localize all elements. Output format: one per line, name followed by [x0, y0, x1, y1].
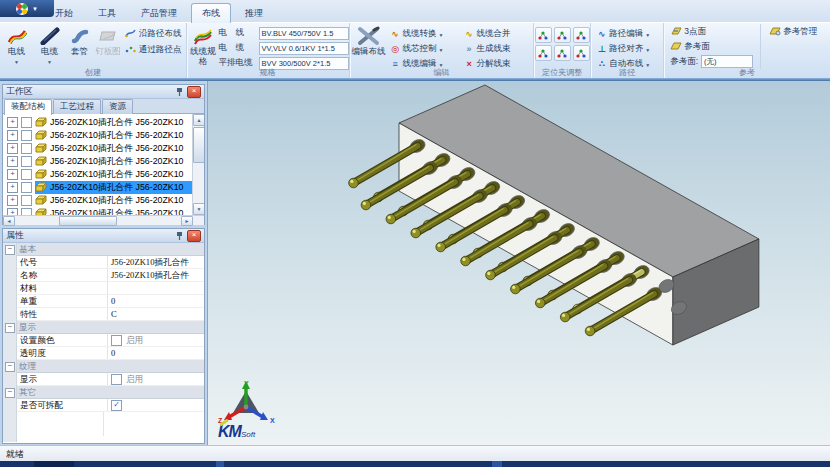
workspace-tab-0[interactable]: 装配结构 [4, 99, 52, 115]
scroll-up-button[interactable] [193, 114, 204, 126]
property-value[interactable]: 启用 [108, 334, 204, 346]
expand-icon[interactable]: + [7, 117, 18, 128]
tree-horizontal-scrollbar[interactable] [3, 215, 204, 225]
property-value[interactable]: J56-20ZK10插孔合件 [108, 256, 204, 268]
property-value[interactable]: C [108, 308, 204, 320]
tree-checkbox[interactable] [21, 156, 32, 167]
pin-icon[interactable] [174, 87, 185, 97]
scroll-thumb[interactable] [59, 216, 117, 226]
property-checkbox[interactable] [111, 374, 122, 385]
group-label-ref: 参考 [664, 67, 830, 78]
wire-button[interactable]: 电线 [0, 24, 33, 66]
scroll-down-button[interactable] [193, 203, 204, 215]
edit-menu-1[interactable]: ◎线芯控制 [388, 41, 462, 56]
ref-plane-button[interactable]: 参考面 [668, 39, 760, 54]
tree-item[interactable]: +J56-20ZK10插孔合件 J56-20ZK10 [3, 207, 193, 215]
cable-spec-button[interactable]: 线缆规格 [187, 24, 219, 66]
3d-model-canvas[interactable] [208, 81, 830, 445]
clamp-adjust-button-3[interactable] [535, 45, 552, 61]
collapse-icon[interactable] [5, 323, 15, 333]
expand-icon[interactable]: + [7, 130, 18, 141]
property-value[interactable]: 0 [108, 347, 204, 359]
property-value[interactable]: 0 [108, 295, 204, 307]
cable-button[interactable]: 电缆 [33, 24, 66, 66]
clamp-adjust-button-1[interactable] [554, 27, 571, 43]
app-tab-0[interactable]: 开始 [44, 3, 84, 22]
spec-label-1: 电 缆 [219, 42, 256, 54]
collapse-icon[interactable] [5, 245, 15, 255]
part-icon [35, 195, 47, 207]
tree-checkbox[interactable] [21, 182, 32, 193]
tree-checkbox[interactable] [21, 143, 32, 154]
scroll-left-button[interactable] [3, 216, 15, 226]
edit-button-1[interactable]: »生成线束 [462, 41, 513, 56]
workspace-tab-2[interactable]: 资源 [102, 99, 133, 114]
tree-checkbox[interactable] [21, 195, 32, 206]
clamp-adjust-button-5[interactable] [573, 45, 590, 61]
tree-vertical-scrollbar[interactable] [192, 114, 204, 215]
tree-item[interactable]: +J56-20ZK10插孔合件 J56-20ZK10 [3, 194, 193, 207]
spec-field-0[interactable]: BV.BLV 450/750V 1.5 [259, 27, 349, 40]
property-value[interactable]: J56-20ZK10插孔合件 [108, 269, 204, 281]
expand-icon[interactable]: + [7, 143, 18, 154]
expand-icon[interactable]: + [7, 195, 18, 206]
app-tab-4[interactable]: 推理 [234, 3, 274, 22]
app-tab-1[interactable]: 工具 [87, 3, 127, 22]
spec-field-1[interactable]: VV,VLV 0.6/1KV 1*1.5 [259, 42, 349, 55]
tree-item-label: J56-20ZK10插孔合件 J56-20ZK10 [50, 156, 183, 168]
three-point-plane-button[interactable]: 3点面 [668, 24, 760, 39]
route-along-path-button[interactable]: 沿路径布线 [123, 27, 184, 41]
close-icon[interactable]: × [187, 230, 201, 242]
dropdown-caret-icon [645, 29, 650, 39]
property-value[interactable] [108, 282, 204, 294]
tree-item-selected[interactable]: +J56-20ZK10插孔合件 J56-20ZK10 [3, 181, 193, 194]
scroll-right-button[interactable] [181, 216, 193, 226]
expand-icon[interactable]: + [7, 208, 18, 215]
tree-item[interactable]: +J56-20ZK10插孔合件 J56-20ZK10 [3, 155, 193, 168]
app-tab-2[interactable]: 产品管理 [130, 3, 188, 22]
edit-route-button[interactable]: 编辑布线 [350, 24, 388, 66]
property-checkbox[interactable] [111, 335, 122, 346]
dropdown-caret-icon [14, 56, 19, 66]
tree-item[interactable]: +J56-20ZK10插孔合件 J56-20ZK10 [3, 129, 193, 142]
tree-item[interactable]: +J56-20ZK10插孔合件 J56-20ZK10 [3, 142, 193, 155]
clamp-adjust-button-2[interactable] [573, 27, 590, 43]
expand-icon[interactable]: + [7, 182, 18, 193]
pinboard-button[interactable]: 钉板图 [93, 24, 123, 66]
property-row-12: 是否可拆配 [16, 399, 204, 412]
collapse-icon[interactable] [5, 388, 15, 398]
clamp-adjust-button-0[interactable] [535, 27, 552, 43]
sleeve-label: 套管 [71, 46, 88, 56]
pin-icon[interactable] [174, 231, 185, 241]
property-section-0[interactable]: 基本 [16, 243, 204, 256]
clamp-adjust-button-4[interactable] [554, 45, 571, 61]
edit-menu-0[interactable]: ∿线缆转换 [388, 26, 462, 41]
edit-button-0[interactable]: ∿线缆合并 [462, 26, 513, 41]
scroll-thumb[interactable] [193, 127, 204, 163]
expand-icon[interactable]: + [7, 156, 18, 167]
sleeve-button[interactable]: 套管 [66, 24, 93, 66]
path-menu-0-icon: ∿ [596, 29, 607, 39]
path-menu-0[interactable]: ∿路径编辑 [594, 26, 652, 41]
property-value[interactable] [108, 399, 204, 411]
close-icon[interactable]: × [187, 86, 201, 98]
path-menu-1[interactable]: ⊥路径对齐 [594, 41, 652, 56]
tree-checkbox[interactable] [21, 117, 32, 128]
tree-checkbox[interactable] [21, 130, 32, 141]
workspace-tab-1[interactable]: 工艺过程 [53, 99, 101, 114]
via-path-points-button[interactable]: 通过路径点 [123, 43, 184, 57]
tree-checkbox[interactable] [21, 208, 32, 215]
property-section-9[interactable]: 纹理 [16, 360, 204, 373]
tree-item[interactable]: +J56-20ZK10插孔合件 J56-20ZK10 [3, 116, 193, 129]
expand-icon[interactable]: + [7, 169, 18, 180]
ref-manage-button[interactable]: 参考管理 [767, 24, 819, 39]
tree-item[interactable]: +J56-20ZK10插孔合件 J56-20ZK10 [3, 168, 193, 181]
3d-viewport[interactable]: Y Z X KMSoft [207, 81, 830, 445]
property-section-6[interactable]: 显示 [16, 321, 204, 334]
tree-checkbox[interactable] [21, 169, 32, 180]
property-value[interactable]: 启用 [108, 373, 204, 385]
property-checkbox[interactable] [111, 400, 122, 411]
app-tab-3[interactable]: 布线 [191, 3, 231, 23]
property-section-11[interactable]: 其它 [16, 386, 204, 399]
collapse-icon[interactable] [5, 362, 15, 372]
